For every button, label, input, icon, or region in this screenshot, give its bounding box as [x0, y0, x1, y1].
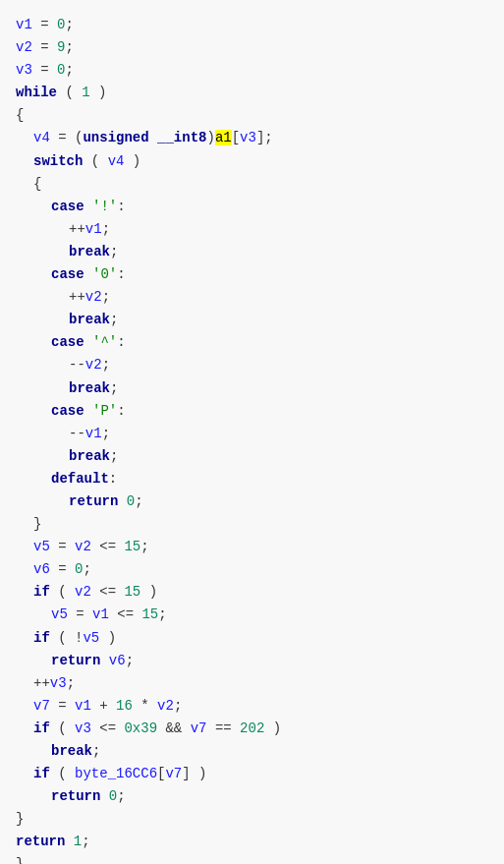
- kw-token: switch: [33, 153, 83, 169]
- code-line: v7 = v1 + 16 * v2;: [16, 695, 488, 718]
- kw-token: break: [69, 244, 110, 259]
- plain-token: =: [32, 17, 57, 32]
- plain-token: ): [99, 630, 116, 646]
- var-token: v7: [165, 766, 182, 781]
- kw-token: if: [33, 584, 50, 600]
- plain-token: ( !: [50, 630, 84, 646]
- plain-token: [84, 403, 92, 419]
- plain-token: [84, 334, 92, 350]
- code-line: {: [16, 173, 488, 196]
- kw-token: case: [51, 403, 84, 419]
- var-token: v1: [85, 221, 102, 237]
- kw-token: return: [51, 653, 100, 668]
- plain-token: ;: [135, 493, 142, 509]
- var-token: v1: [16, 17, 32, 32]
- num-token: 15: [124, 584, 140, 600]
- highlight-token: a1: [215, 130, 232, 145]
- kw-token: return: [51, 788, 100, 804]
- plain-token: ++: [69, 221, 85, 237]
- code-line: case 'P':: [16, 400, 488, 423]
- plain-token: (: [57, 85, 82, 100]
- code-content: v1 = 0;v2 = 9;v3 = 0;while ( 1 ){v4 = (u…: [0, 10, 504, 864]
- plain-token: ): [124, 153, 140, 169]
- num-token: 16: [116, 698, 133, 714]
- var-token: v2: [75, 584, 91, 600]
- kw-token: return: [69, 493, 118, 509]
- plain-token: (: [50, 766, 75, 781]
- var-token: v5: [83, 630, 99, 646]
- kw-token: break: [69, 380, 110, 396]
- code-line: if ( !v5 ): [16, 627, 488, 650]
- plain-token: [100, 653, 108, 668]
- var-token: v2: [75, 539, 91, 554]
- var-token: v6: [109, 653, 126, 668]
- plain-token: ;: [67, 675, 75, 691]
- kw-token: case: [51, 334, 84, 350]
- kw-token: break: [69, 312, 110, 327]
- kw-token: if: [33, 630, 50, 646]
- plain-token: ;: [110, 448, 118, 464]
- plain-token: ): [90, 85, 107, 100]
- code-line: --v1;: [16, 423, 488, 445]
- plain-token: ==: [206, 720, 240, 736]
- plain-token: ;: [174, 698, 182, 714]
- var-token: v5: [51, 606, 68, 622]
- num-token: 1: [74, 834, 82, 849]
- var-token: v3: [240, 130, 256, 145]
- plain-token: }: [16, 856, 24, 864]
- plain-token: ];: [256, 130, 273, 145]
- code-line: break;: [16, 309, 488, 331]
- plain-token: :: [117, 334, 125, 350]
- plain-token: ;: [102, 357, 110, 373]
- num-token: 0: [109, 788, 117, 804]
- plain-token: ++: [33, 675, 50, 691]
- plain-token: ;: [65, 62, 73, 78]
- var-token: v1: [85, 426, 102, 441]
- plain-token: ;: [110, 380, 118, 396]
- var-token: byte_16CC6: [75, 766, 157, 781]
- code-editor: v1 = 0;v2 = 9;v3 = 0;while ( 1 ){v4 = (u…: [0, 0, 504, 864]
- code-line: case '^':: [16, 331, 488, 354]
- plain-token: =: [32, 39, 57, 55]
- plain-token: :: [117, 266, 125, 282]
- var-token: v1: [75, 698, 91, 714]
- plain-token: [65, 834, 73, 849]
- code-line: switch ( v4 ): [16, 150, 488, 173]
- var-token: v7: [191, 720, 207, 736]
- code-line: v6 = 0;: [16, 558, 488, 581]
- var-token: v2: [157, 698, 174, 714]
- code-line: v3 = 0;: [16, 59, 488, 82]
- str-token: 'P': [92, 403, 117, 419]
- plain-token: ++: [69, 289, 85, 305]
- code-line: return 1;: [16, 831, 488, 853]
- code-line: break;: [16, 241, 488, 263]
- num-token: 15: [124, 539, 140, 554]
- num-token: 0x39: [124, 720, 157, 736]
- code-line: default:: [16, 468, 488, 490]
- plain-token: ] ): [182, 766, 206, 781]
- var-token: v2: [85, 289, 102, 305]
- plain-token: ): [206, 130, 214, 145]
- code-line: v1 = 0;: [16, 14, 488, 36]
- plain-token: =: [50, 698, 75, 714]
- plain-token: ;: [140, 539, 148, 554]
- plain-token: :: [117, 199, 125, 214]
- code-line: return v6;: [16, 650, 488, 672]
- kw-token: break: [51, 743, 92, 759]
- plain-token: (: [50, 720, 75, 736]
- plain-token: ;: [83, 561, 90, 577]
- plain-token: =: [50, 539, 75, 554]
- plain-token: ): [140, 584, 157, 600]
- plain-token: <=: [91, 539, 125, 554]
- var-token: v4: [33, 130, 50, 145]
- plain-token: ;: [110, 312, 118, 327]
- plain-token: ;: [82, 834, 89, 849]
- code-line: v5 = v2 <= 15;: [16, 536, 488, 558]
- num-token: 0: [127, 493, 135, 509]
- plain-token: ;: [102, 221, 110, 237]
- plain-token: ;: [158, 606, 166, 622]
- kw-token: default: [51, 471, 109, 487]
- var-token: v2: [85, 357, 102, 373]
- plain-token: <=: [109, 606, 142, 622]
- code-line: {: [16, 104, 488, 127]
